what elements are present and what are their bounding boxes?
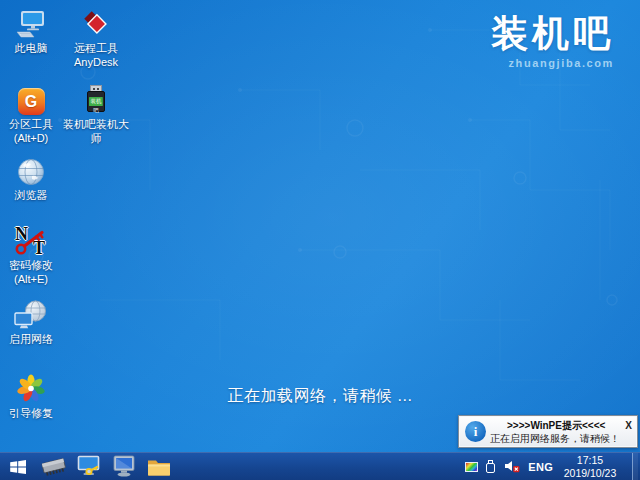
- desktop: 装机吧 zhuangjiba.com 正在加载网络，请稍候 ... 此电脑: [0, 0, 640, 452]
- brand-logo: 装机吧 zhuangjiba.com: [491, 12, 614, 69]
- desktop-icon-label: 启用网络: [9, 332, 53, 346]
- safely-remove-usb-icon[interactable]: [486, 460, 496, 474]
- info-icon: i: [465, 421, 486, 442]
- taskbar-item-display-settings[interactable]: [71, 453, 106, 480]
- desktop-icon-label: 分区工具 (Alt+D): [9, 117, 53, 145]
- desktop-icon-label: 远程工具 AnyDesk: [74, 41, 118, 69]
- loading-status-text: 正在加载网络，请稍候 ...: [228, 386, 413, 407]
- desktop-icon-label: 引导修复: [9, 406, 53, 420]
- tray-time: 17:15: [561, 454, 619, 467]
- taskbar-item-pc-viewer[interactable]: [106, 453, 141, 480]
- installer-usb-icon: 装机吧: [83, 84, 109, 115]
- folder-icon: [147, 457, 171, 477]
- tray-clock[interactable]: 17:15 2019/10/23: [561, 454, 619, 479]
- tray-date: 2019/10/23: [561, 467, 619, 480]
- this-pc-icon: [15, 8, 47, 39]
- desktop-icon-password-reset[interactable]: N T 密码修改 (Alt+E): [0, 225, 62, 286]
- network-globe-monitor-icon: [14, 299, 48, 330]
- desktop-icon-browser[interactable]: 浏览器: [0, 155, 62, 202]
- language-indicator[interactable]: ENG: [528, 461, 553, 473]
- system-tray: ENG 17:15 2019/10/23: [465, 453, 640, 480]
- desktop-icon-partition-tool[interactable]: G 分区工具 (Alt+D): [0, 84, 62, 145]
- start-button[interactable]: [0, 453, 36, 480]
- desktop-icon-anydesk[interactable]: 远程工具 AnyDesk: [61, 8, 131, 69]
- toast-close-button[interactable]: X: [622, 420, 635, 431]
- desktop-icon-this-pc[interactable]: 此电脑: [0, 8, 62, 55]
- pinwheel-flower-icon: [16, 373, 46, 404]
- desktop-icon-label: 浏览器: [15, 188, 48, 202]
- taskbar-item-file-explorer[interactable]: [141, 453, 176, 480]
- computer-display-icon: [112, 455, 136, 478]
- anydesk-icon: [81, 8, 112, 39]
- toast-message: 正在启用网络服务，请稍候！: [490, 433, 635, 445]
- windows-logo-icon: [8, 457, 28, 477]
- installer-usb-badge: 装机吧: [89, 97, 103, 106]
- desktop-icon-enable-network[interactable]: 启用网络: [0, 299, 62, 346]
- desktop-icon-installer[interactable]: 装机吧 装机吧装机大 师: [57, 84, 135, 145]
- desktop-icon-label: 此电脑: [15, 41, 48, 55]
- browser-globe-icon: [17, 155, 45, 186]
- show-desktop-button[interactable]: [632, 453, 638, 480]
- partition-tool-icon: G: [18, 84, 45, 115]
- brand-subtitle: zhuangjiba.com: [491, 57, 614, 69]
- muted-speaker-icon[interactable]: [504, 460, 520, 473]
- brand-title: 装机吧: [491, 12, 614, 56]
- winpe-notification-toast[interactable]: i >>>>WinPE提示<<<< X 正在启用网络服务，请稍候！: [458, 415, 638, 448]
- toast-title: >>>>WinPE提示<<<<: [490, 419, 622, 433]
- display-color-tray-icon[interactable]: [465, 462, 478, 472]
- desktop-icon-label: 装机吧装机大 师: [63, 117, 129, 145]
- nt-password-key-icon: N T: [13, 225, 49, 256]
- desktop-icon-boot-repair[interactable]: 引导修复: [0, 373, 62, 420]
- monitor-key-icon: [77, 455, 101, 478]
- memory-chip-icon: [40, 456, 68, 478]
- taskbar-item-ramdisk[interactable]: [36, 453, 71, 480]
- desktop-icon-label: 密码修改 (Alt+E): [9, 258, 53, 286]
- taskbar: ENG 17:15 2019/10/23: [0, 452, 640, 480]
